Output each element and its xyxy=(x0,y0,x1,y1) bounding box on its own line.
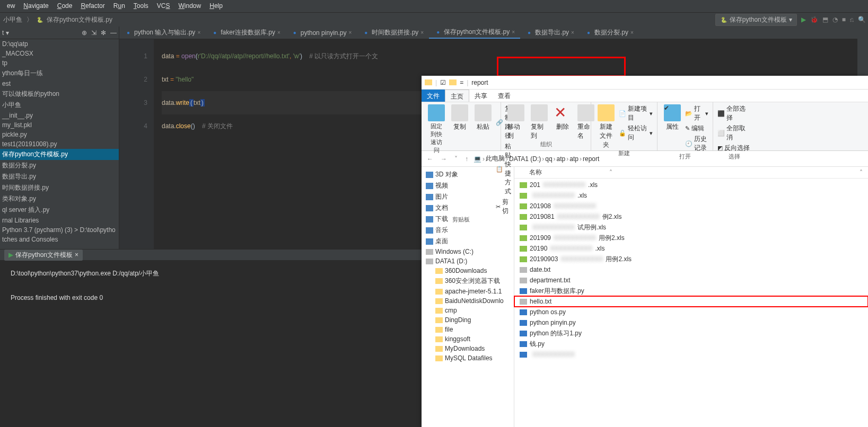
up-icon[interactable]: ↑ xyxy=(463,155,470,163)
tree-item[interactable]: __init__.py xyxy=(0,111,119,120)
nav-item[interactable]: cmp xyxy=(422,306,514,315)
select-all[interactable]: ⬛ 全部选择 xyxy=(717,104,751,122)
forward-icon[interactable]: → xyxy=(439,155,449,163)
nav-item[interactable]: 360安全浏览器下载 xyxy=(422,275,514,287)
locate-icon[interactable]: ⊕ xyxy=(82,29,87,37)
menu-item[interactable]: Tools xyxy=(129,0,153,12)
file-item[interactable]: department.txt xyxy=(514,275,868,286)
editor-tab[interactable]: ●python pinyin.py× xyxy=(286,26,357,39)
nav-item[interactable]: 360Downloads xyxy=(422,266,514,275)
menu-item[interactable]: Code xyxy=(53,0,77,12)
file-item[interactable]: 201909XXXXXXXXXX用例2.xls xyxy=(514,233,868,243)
nav-item[interactable]: MyDownloads xyxy=(422,344,514,353)
menu-item[interactable]: VCS xyxy=(153,0,174,12)
nav-item[interactable]: DATA1 (D:) xyxy=(422,256,514,266)
down-icon[interactable]: ˅ xyxy=(452,155,460,163)
open-item[interactable]: 📂 打开 ▾ xyxy=(685,104,708,122)
file-item[interactable]: faker用与数据库.py xyxy=(514,286,868,296)
tree-item[interactable]: Python 3.7 (pycharm) (3) > D:\tool\pytho xyxy=(0,225,119,235)
nav-item[interactable]: 下载 xyxy=(422,213,514,225)
nav-item[interactable]: 音乐 xyxy=(422,225,514,236)
nav-item[interactable]: kinggsoft xyxy=(422,334,514,344)
run-configuration[interactable]: 🐍 保存python文件模板 ▾ xyxy=(715,14,797,26)
menu-item[interactable]: Window xyxy=(174,0,206,12)
nav-item[interactable]: DingDing xyxy=(422,315,514,325)
menu-item[interactable]: Navigate xyxy=(19,0,52,12)
history[interactable]: 🕘 历史记录 xyxy=(685,135,708,153)
file-item[interactable]: date.txt xyxy=(514,264,868,275)
select-none[interactable]: ⬜ 全部取消 xyxy=(717,124,751,142)
tree-item[interactable]: tches and Consoles xyxy=(0,235,119,244)
editor-tab[interactable]: ●python 输入与输出.py× xyxy=(119,26,206,39)
file-item[interactable]: XXXXXXXXXX xyxy=(514,349,868,360)
delete-icon[interactable]: ✕ xyxy=(554,104,571,121)
tree-item[interactable]: test1(20191008).py xyxy=(0,139,119,149)
tree-item[interactable]: ql server 插入.py xyxy=(0,204,119,216)
invert-select[interactable]: ◩ 反向选择 xyxy=(717,144,751,153)
file-item[interactable]: python 的练习1.py xyxy=(514,328,868,339)
file-item[interactable]: hello.txt xyxy=(514,296,868,307)
file-item[interactable]: 201908XXXXXXXXXX xyxy=(514,201,868,211)
nav-item[interactable]: file xyxy=(422,325,514,334)
hide-icon[interactable]: — xyxy=(110,29,117,37)
tree-item[interactable]: rnal Libraries xyxy=(0,216,119,225)
console-tab[interactable]: ▶ 保存python文件模板 × xyxy=(4,250,83,261)
menu-share[interactable]: 共享 xyxy=(469,90,493,102)
easy-access[interactable]: 🔓 轻松访问 ▾ xyxy=(619,124,653,142)
menu-item[interactable]: ew xyxy=(3,0,19,12)
nav-item[interactable]: 图片 xyxy=(422,191,514,202)
editor-tab[interactable]: ●保存python文件模板.py× xyxy=(429,26,520,39)
nav-item[interactable]: 3D 对象 xyxy=(422,169,514,180)
debug-icon[interactable]: 🐞 xyxy=(810,16,818,23)
copyto-icon[interactable] xyxy=(531,104,548,121)
tree-item[interactable]: 数据分裂.py xyxy=(0,160,119,171)
tree-item[interactable]: my_list.pkl xyxy=(0,120,119,130)
editor-tab[interactable]: ●数据导出.py× xyxy=(520,26,580,39)
menu-item[interactable]: Help xyxy=(205,0,227,12)
edit-item[interactable]: ✎ 编辑 xyxy=(685,124,708,133)
project-tree[interactable]: D:\qq\atp _MACOSX tp ython每日一练 est 可以做模板… xyxy=(0,39,119,249)
collapse-icon[interactable]: ⇲ xyxy=(91,29,97,37)
tree-item[interactable]: ython每日一练 xyxy=(0,68,119,79)
file-item[interactable]: python pinyin.py xyxy=(514,317,868,328)
tree-item[interactable]: est xyxy=(0,79,119,88)
file-item[interactable]: 钱.py xyxy=(514,339,868,349)
tree-item[interactable]: 可以做模板的python xyxy=(0,88,119,100)
nav-item[interactable]: MySQL Datafiles xyxy=(422,353,514,363)
nav-item[interactable]: 桌面 xyxy=(422,236,514,247)
quick-check-icon[interactable]: ☑ xyxy=(440,79,446,86)
file-item[interactable]: 2019081XXXXXXXXXX例2.xls xyxy=(514,211,868,222)
scroll-up-icon[interactable]: ˄ xyxy=(607,167,615,179)
nav-item[interactable]: Windows (C:) xyxy=(422,247,514,256)
profile-icon[interactable]: ◔ xyxy=(832,16,838,23)
copy-icon[interactable] xyxy=(451,104,468,121)
new-item[interactable]: 📄 新建项目 ▾ xyxy=(619,104,653,122)
menu-view[interactable]: 查看 xyxy=(493,90,516,102)
breadcrumb-item[interactable]: 保存python文件模板.py xyxy=(46,15,113,24)
menu-home[interactable]: 主页 xyxy=(445,90,469,102)
search-icon[interactable]: 🔍 xyxy=(858,16,866,23)
nav-item[interactable]: 视频 xyxy=(422,180,514,191)
file-item[interactable]: 20190903XXXXXXXXXX用例2.xls xyxy=(514,254,868,264)
tree-item[interactable]: tp xyxy=(0,58,119,68)
newfolder-icon[interactable] xyxy=(598,104,615,121)
git-icon[interactable]: ⎌ xyxy=(850,16,854,23)
tree-item[interactable]: pickle.py xyxy=(0,130,119,139)
tree-item[interactable]: 数据导出.py xyxy=(0,171,119,182)
menu-file[interactable]: 文件 xyxy=(422,90,445,102)
explorer-nav-tree[interactable]: 3D 对象视频图片文档下载音乐桌面Windows (C:)DATA1 (D:)3… xyxy=(422,167,514,427)
file-item[interactable]: python os.py xyxy=(514,307,868,317)
coverage-icon[interactable]: ⬒ xyxy=(822,16,828,23)
moveto-icon[interactable] xyxy=(507,104,524,121)
file-item[interactable]: XXXXXXXXXX试用例.xls xyxy=(514,222,868,233)
nav-item[interactable]: BaiduNetdiskDownlo xyxy=(422,296,514,306)
tree-item[interactable]: 小甲鱼 xyxy=(0,100,119,111)
explorer-file-list[interactable]: ˄ 名称˄ 201XXXXXXXXXX.xlsXXXXXXXXXX.xls201… xyxy=(514,167,868,427)
tree-item[interactable]: _MACOSX xyxy=(0,49,119,58)
file-item[interactable]: XXXXXXXXXX.xls xyxy=(514,190,868,201)
tree-item[interactable]: 类和对象.py xyxy=(0,193,119,204)
stop-icon[interactable]: ■ xyxy=(842,16,846,23)
gear-icon[interactable]: ✻ xyxy=(101,29,106,37)
breadcrumb-item[interactable]: 小甲鱼 xyxy=(2,15,23,24)
editor-tab[interactable]: ●数据分裂.py× xyxy=(580,26,639,39)
